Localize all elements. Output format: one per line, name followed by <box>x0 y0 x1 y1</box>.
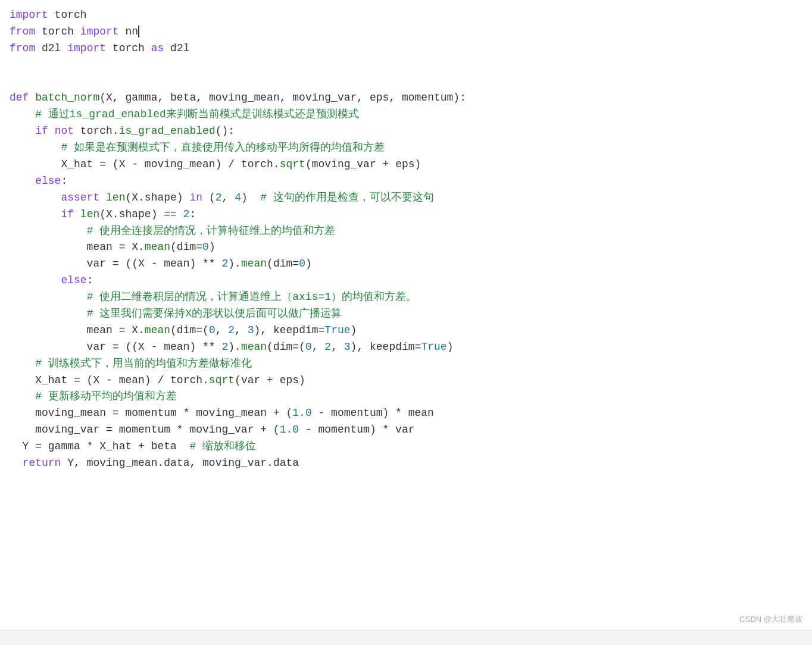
code-line: # 如果是在预测模式下，直接使用传入的移动平均所得的均值和方差 <box>10 140 802 156</box>
code-token: assert <box>61 192 99 203</box>
code-line: return Y, moving_mean.data, moving_var.d… <box>10 455 802 472</box>
code-token: mean <box>241 341 267 353</box>
code-token: 2 <box>228 324 235 336</box>
code-token: sqrt <box>209 374 235 386</box>
code-token: (X.shape) <box>125 192 189 203</box>
code-token: def <box>10 92 29 104</box>
code-token <box>10 142 61 154</box>
code-line: else: <box>10 173 802 190</box>
code-token: 3 <box>248 324 254 336</box>
code-token: ). <box>228 258 241 270</box>
code-token: # 通过is_grad_enabled来判断当前模式是训练模式还是预测模式 <box>35 108 359 120</box>
code-token: - momentum) * mean <box>312 407 434 419</box>
code-token: , <box>235 324 248 336</box>
code-line: var = ((X - mean) ** 2).mean(dim=(0, 2, … <box>10 339 802 356</box>
code-token: 2 <box>183 208 190 220</box>
code-token: else <box>35 175 61 187</box>
code-token <box>10 225 87 237</box>
code-token <box>10 208 61 220</box>
code-token: ), keepdim= <box>254 324 325 336</box>
code-token: # 这句的作用是检查，可以不要这句 <box>260 192 434 203</box>
code-line: else: <box>10 273 802 289</box>
code-token: 0 <box>209 324 216 336</box>
code-token: (dim= <box>170 241 202 253</box>
code-line: # 训练模式下，用当前的均值和方差做标准化 <box>10 356 802 372</box>
code-token: 1.0 <box>280 424 299 436</box>
code-line: import torch <box>10 7 802 24</box>
code-token: : <box>61 175 67 187</box>
code-token: (moving_var + eps) <box>305 158 421 170</box>
code-token: Y, moving_mean.data, moving_var.data <box>61 457 299 469</box>
code-line: var = ((X - mean) ** 2).mean(dim=0) <box>10 256 802 273</box>
code-token: batch_norm <box>35 92 99 104</box>
cursor <box>138 26 139 37</box>
code-token: - momentum) * var <box>299 424 414 436</box>
code-token: True <box>421 341 446 353</box>
code-token: Y = gamma * X_hat + beta <box>10 440 189 452</box>
code-token: ), keepdim= <box>351 341 421 353</box>
code-token: 0 <box>202 241 209 253</box>
code-line: if not torch.is_grad_enabled(): <box>10 123 802 140</box>
code-line: # 使用二维卷积层的情况，计算通道维上（axis=1）的均值和方差。 <box>10 289 802 306</box>
code-token <box>99 192 106 203</box>
code-token: else <box>61 274 86 286</box>
code-token: (var + eps) <box>235 374 305 386</box>
code-line: from torch import nn <box>10 24 802 40</box>
code-line <box>10 74 802 90</box>
code-token: torch <box>35 26 80 37</box>
code-token <box>10 358 35 370</box>
code-token: (X, gamma, beta, moving_mean, moving_var… <box>99 92 466 104</box>
code-token <box>10 308 87 320</box>
code-line: from d2l import torch as d2l <box>10 40 802 57</box>
code-token: ) <box>351 324 357 336</box>
code-token: , <box>216 324 229 336</box>
code-line: X_hat = (X - moving_mean) / torch.sqrt(m… <box>10 156 802 173</box>
code-token: mean <box>145 324 170 336</box>
code-token <box>10 108 35 120</box>
code-line <box>10 57 802 74</box>
code-line: # 更新移动平均的均值和方差 <box>10 389 802 405</box>
code-token: d2l <box>35 42 67 54</box>
code-token: 3 <box>344 341 351 353</box>
code-token: # 训练模式下，用当前的均值和方差做标准化 <box>35 358 252 370</box>
code-token: 1.0 <box>292 407 311 419</box>
code-token: moving_var = momentum * moving_var + ( <box>10 424 280 436</box>
code-line: moving_mean = momentum * moving_mean + (… <box>10 405 802 422</box>
code-token: 2 <box>221 258 228 270</box>
code-token: torch. <box>80 125 119 137</box>
code-line: if len(X.shape) == 2: <box>10 206 802 223</box>
code-token: 2 <box>221 341 228 353</box>
code-token: mean = X. <box>10 241 145 253</box>
code-token <box>10 291 87 303</box>
code-line: Y = gamma * X_hat + beta # 缩放和移位 <box>10 439 802 455</box>
code-token <box>29 92 35 104</box>
code-token: len <box>80 208 99 220</box>
code-token: ) <box>241 192 260 203</box>
code-token: # 缩放和移位 <box>189 440 256 452</box>
code-token: from <box>10 26 35 37</box>
code-token: # 使用全连接层的情况，计算特征维上的均值和方差 <box>87 225 336 237</box>
code-token: as <box>151 42 164 54</box>
code-token: X_hat = (X - moving_mean) / torch. <box>10 158 280 170</box>
code-token: 0 <box>305 341 312 353</box>
code-line: # 通过is_grad_enabled来判断当前模式是训练模式还是预测模式 <box>10 107 802 123</box>
code-token: torch <box>48 9 87 21</box>
code-token: ) <box>305 258 312 270</box>
code-line: mean = X.mean(dim=0) <box>10 239 802 256</box>
code-line: # 这里我们需要保持X的形状以便后面可以做广播运算 <box>10 306 802 322</box>
code-token <box>10 457 23 469</box>
code-token <box>10 125 35 137</box>
code-token: : <box>87 274 93 286</box>
code-token: moving_mean = momentum * moving_mean + ( <box>10 407 292 419</box>
code-token: from <box>10 42 35 54</box>
code-token: return <box>23 457 61 469</box>
code-token <box>10 175 35 187</box>
code-token: if <box>35 125 48 137</box>
code-token: nn <box>119 26 138 37</box>
code-token: X_hat = (X - mean) / torch. <box>10 374 209 386</box>
code-token: torch <box>106 42 151 54</box>
code-token: (dim=( <box>267 341 305 353</box>
code-token: 2 <box>324 341 331 353</box>
code-line: # 使用全连接层的情况，计算特征维上的均值和方差 <box>10 223 802 240</box>
code-token: (): <box>216 125 235 137</box>
